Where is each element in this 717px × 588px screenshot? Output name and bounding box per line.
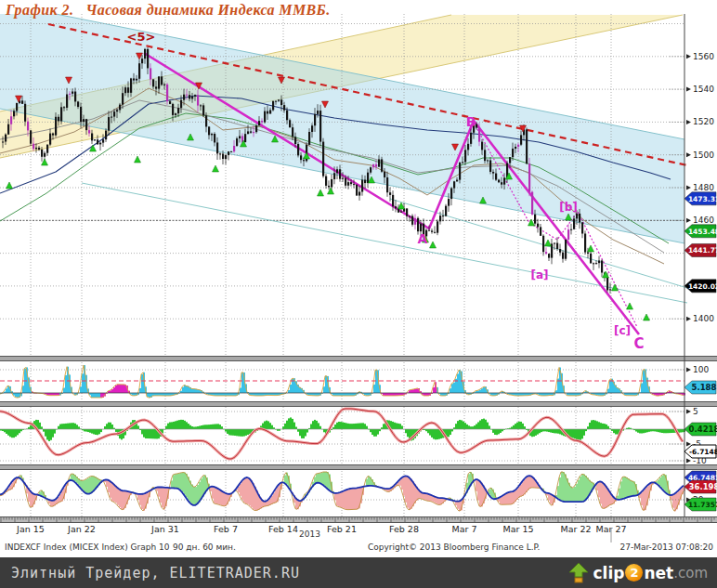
wave-label: [a] xyxy=(530,268,548,281)
price-badge: 1441.77 xyxy=(688,246,717,255)
price-badge: 1420.02 xyxy=(688,282,717,291)
axis-tick-label: 5 xyxy=(693,407,698,416)
x-axis-year-label: 2013 xyxy=(299,529,320,539)
x-axis-date-label: Jan 22 xyxy=(67,524,96,534)
x-axis-date-label: Mar 7 xyxy=(452,524,477,534)
axis-tick-label: 1540 xyxy=(693,85,714,94)
date-labels: Jan 15Jan 22Jan 31Feb 7Feb 14Feb 21Feb 2… xyxy=(16,524,626,542)
price-axis-labels: 15601540152015001480146014001473.311453.… xyxy=(670,52,717,511)
x-axis-date-label: Feb 7 xyxy=(214,524,238,534)
price-badge: 11.7357 xyxy=(688,501,717,509)
period-label: 90 дн. 60 мин. xyxy=(173,542,236,552)
logo-text-net: net xyxy=(644,564,673,582)
chart-title: График 2. Часовая динамика Индекса ММВБ. xyxy=(6,2,331,19)
x-axis-date-label: Mar 15 xyxy=(502,524,533,534)
wave-label: A xyxy=(418,231,428,246)
axis-tick-label: 1560 xyxy=(693,52,714,61)
price-badge: 5.188 xyxy=(692,383,717,392)
clip2net-logo: clip 2 net .com xyxy=(569,557,708,588)
panel-oscillator-3 xyxy=(0,472,685,511)
x-axis-date-label: Jan 31 xyxy=(150,524,179,534)
wave-label: B xyxy=(466,114,476,129)
wave-label: C xyxy=(633,335,644,352)
axis-tick-label: 1400 xyxy=(693,314,714,323)
x-axis-date-label: Mar 22 xyxy=(560,524,591,534)
wave-label: <5> xyxy=(127,30,156,44)
panel-oscillator-2 xyxy=(0,409,685,459)
timestamp-label: 27-Mar-2013 07:08:20 xyxy=(619,542,713,552)
bloomberg-chart: <5>AB[a][b][c]C1560154015201500148014601… xyxy=(0,0,717,557)
x-axis-date-label: Feb 14 xyxy=(268,524,298,534)
site-name: Элитный Трейдер, ELITETRADER.RU xyxy=(11,565,300,581)
x-axis-date-label: Jan 15 xyxy=(16,524,45,534)
logo-text-com: .com xyxy=(673,565,708,581)
footer-bar: Элитный Трейдер, ELITETRADER.RU clip 2 n… xyxy=(0,557,717,588)
instrument-label: INDEXCF Index (MICEX Index) Graph 10 xyxy=(5,542,169,552)
logo-badge-2: 2 xyxy=(625,564,643,581)
price-badge: 1473.31 xyxy=(688,195,717,203)
logo-text-clip: clip xyxy=(593,564,625,582)
wave-label: [c] xyxy=(614,324,631,337)
price-badge: 1453.48 xyxy=(688,228,717,236)
x-axis-date-label: Feb 28 xyxy=(389,524,419,534)
date-ruler xyxy=(0,516,717,523)
upload-arrow-icon xyxy=(569,563,588,583)
wave-label: [b] xyxy=(559,201,578,214)
price-badge: 36.198 xyxy=(689,482,717,491)
copyright-label: Copyright© 2013 Bloomberg Finance L.P. xyxy=(368,542,540,552)
axis-tick-label: 1520 xyxy=(693,117,714,126)
axis-tick-label: 100 xyxy=(693,365,709,374)
price-badge: -6.7148 xyxy=(689,448,717,456)
axis-tick-label: 1480 xyxy=(693,183,714,192)
price-badge: 0.4218 xyxy=(689,425,717,434)
channel-bands xyxy=(0,14,684,243)
axis-tick-label: 1500 xyxy=(693,150,714,160)
x-axis-date-label: Feb 21 xyxy=(327,524,357,534)
axis-tick-label: 1460 xyxy=(693,216,714,225)
